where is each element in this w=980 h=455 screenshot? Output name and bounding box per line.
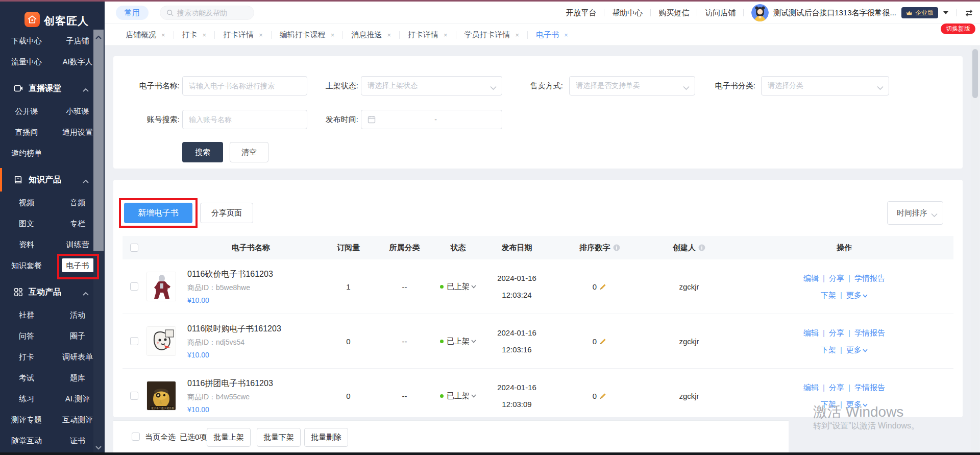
row-checkbox[interactable]	[130, 337, 138, 345]
sort-dropdown[interactable]: 时间排序	[887, 201, 943, 225]
switch-account-icon[interactable]	[964, 9, 974, 17]
action-编辑[interactable]: 编辑	[803, 274, 819, 282]
select-all-label[interactable]: 当页全选	[145, 433, 176, 442]
batch-button-批量删除[interactable]: 批量删除	[304, 428, 348, 447]
status-cell[interactable]: 已上架	[439, 337, 477, 346]
sidebar-item-图文[interactable]: 图文	[19, 219, 34, 228]
action-更多[interactable]: 更多	[846, 291, 862, 299]
scroll-up-icon[interactable]	[95, 32, 102, 41]
topbar-link-访问店铺[interactable]: 访问店铺	[705, 8, 736, 18]
action-编辑[interactable]: 编辑	[803, 328, 819, 337]
close-icon[interactable]: ×	[444, 31, 448, 39]
sidebar-item-证书[interactable]: 证书	[70, 436, 85, 445]
sidebar-item-活动[interactable]: 活动	[70, 310, 85, 319]
sidebar-item-训练营[interactable]: 训练营	[66, 240, 89, 249]
sidebar-item-测评专题[interactable]: 测评专题	[11, 415, 42, 424]
sidebar-item-专栏[interactable]: 专栏	[70, 219, 85, 228]
sidebar-scrollbar-thumb[interactable]	[93, 30, 104, 251]
sidebar-item-题库[interactable]: 题库	[70, 373, 85, 382]
sidebar-item-练习[interactable]: 练习	[19, 394, 34, 403]
action-更多[interactable]: 更多	[846, 345, 862, 354]
edit-pencil-icon[interactable]	[599, 283, 607, 291]
avatar[interactable]	[751, 4, 769, 21]
action-编辑[interactable]: 编辑	[803, 383, 819, 392]
sidebar-item-视频[interactable]: 视频	[19, 198, 34, 207]
batch-button-批量上架[interactable]: 批量上架	[207, 428, 251, 447]
action-分享[interactable]: 分享	[829, 383, 844, 392]
sidebar-item-音频[interactable]: 音频	[70, 198, 85, 207]
sidebar-item-流量中心[interactable]: 流量中心	[11, 57, 42, 66]
close-icon[interactable]: ×	[564, 31, 568, 39]
sidebar-item-通用设置[interactable]: 通用设置	[62, 128, 93, 136]
date-range-picker[interactable]: -	[361, 110, 502, 129]
switch-new-version-button[interactable]: 切换新版	[941, 23, 975, 34]
sidebar-item-公开课[interactable]: 公开课	[15, 107, 38, 115]
page-scrollbar[interactable]	[971, 46, 979, 452]
sidebar-scrollbar[interactable]	[93, 30, 104, 455]
close-icon[interactable]: ×	[161, 31, 165, 39]
row-checkbox[interactable]	[130, 392, 138, 400]
sidebar-section-直播课堂[interactable]: 直播课堂	[0, 76, 102, 101]
page-scrollbar-thumb[interactable]	[972, 49, 978, 98]
sidebar-item-随堂互动[interactable]: 随堂互动	[11, 436, 42, 445]
action-下架[interactable]: 下架	[821, 400, 836, 409]
global-search[interactable]	[160, 6, 254, 20]
sidebar-item-AI数字人[interactable]: AI数字人	[62, 57, 92, 66]
quick-access-tag[interactable]: 常用	[116, 6, 149, 20]
topbar-link-开放平台[interactable]: 开放平台	[566, 8, 596, 18]
tab-电子书[interactable]: 电子书×	[528, 30, 576, 40]
clear-button[interactable]: 清空	[230, 142, 268, 162]
chevron-down-icon[interactable]	[943, 11, 948, 14]
edit-pencil-icon[interactable]	[599, 392, 607, 400]
status-cell[interactable]: 已上架	[439, 391, 477, 401]
sidebar-item-子店铺[interactable]: 子店铺	[66, 36, 89, 45]
search-button[interactable]: 搜索	[182, 142, 223, 162]
batch-button-批量下架[interactable]: 批量下架	[257, 428, 301, 447]
tab-店铺概况[interactable]: 店铺概况×	[117, 30, 174, 40]
sidebar-item-小班课[interactable]: 小班课	[66, 107, 89, 115]
edit-pencil-icon[interactable]	[599, 338, 607, 345]
sidebar-item-下载中心[interactable]: 下载中心	[11, 36, 42, 45]
header-checkbox[interactable]	[130, 244, 138, 252]
select-all-checkbox[interactable]	[132, 433, 140, 441]
scroll-down-icon[interactable]	[95, 443, 102, 452]
tab-打卡详情[interactable]: 打卡详情×	[400, 30, 456, 40]
close-icon[interactable]: ×	[387, 31, 391, 39]
topbar-link-帮助中心[interactable]: 帮助中心	[612, 8, 643, 18]
sidebar-item-问答[interactable]: 问答	[19, 331, 34, 340]
close-icon[interactable]: ×	[516, 31, 520, 39]
sidebar-section-互动产品[interactable]: 互动产品	[0, 279, 102, 305]
topbar-link-购买短信[interactable]: 购买短信	[658, 8, 689, 18]
brand-logo-icon[interactable]	[24, 12, 40, 27]
status-cell[interactable]: 已上架	[439, 282, 477, 292]
action-更多[interactable]: 更多	[846, 400, 862, 409]
sidebar-item-打卡[interactable]: 打卡	[19, 352, 34, 361]
sidebar-item-考试[interactable]: 考试	[19, 373, 34, 382]
tab-学员打卡详情[interactable]: 学员打卡详情×	[456, 30, 528, 40]
filter-select-上架状态:[interactable]: 请选择上架状态	[361, 76, 502, 95]
sidebar-item-AI.测评[interactable]: AI.测评	[65, 394, 90, 403]
action-学情报告[interactable]: 学情报告	[854, 274, 885, 282]
close-icon[interactable]: ×	[331, 31, 335, 39]
enterprise-badge[interactable]: 企业版	[901, 7, 938, 18]
sidebar-item-调研表单[interactable]: 调研表单	[62, 352, 93, 361]
filter-input-账号搜索:[interactable]	[182, 110, 307, 129]
filter-select-售卖方式:[interactable]: 请选择是否支持单卖	[569, 76, 695, 95]
sidebar-item-邀约榜单[interactable]: 邀约榜单	[11, 149, 42, 157]
sidebar-item-电子书[interactable]: 电子书	[62, 258, 94, 272]
action-下架[interactable]: 下架	[821, 345, 836, 354]
sidebar-item-知识套餐[interactable]: 知识套餐	[11, 261, 42, 270]
sidebar-item-直播间[interactable]: 直播间	[15, 128, 38, 136]
sidebar-section-知识产品[interactable]: 知识产品	[0, 167, 102, 193]
action-学情报告[interactable]: 学情报告	[854, 383, 885, 392]
action-分享[interactable]: 分享	[829, 274, 844, 282]
close-icon[interactable]: ×	[203, 31, 207, 39]
sidebar-item-圈子[interactable]: 圈子	[70, 331, 85, 340]
filter-input-电子书名称:[interactable]	[182, 76, 307, 95]
user-name[interactable]: 测试测试后台接口1313名字很常很...	[773, 8, 896, 18]
close-icon[interactable]: ×	[259, 31, 263, 39]
filter-select-电子书分类:[interactable]: 请选择分类	[761, 76, 889, 95]
action-分享[interactable]: 分享	[829, 328, 844, 337]
row-checkbox[interactable]	[130, 282, 138, 291]
action-下架[interactable]: 下架	[821, 291, 836, 299]
